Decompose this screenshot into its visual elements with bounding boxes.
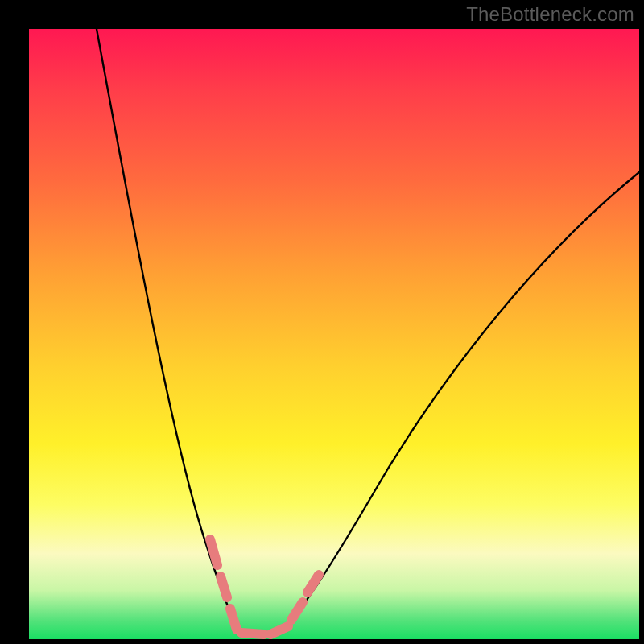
marker-seg [230, 609, 237, 630]
marker-seg [308, 575, 319, 592]
chart-stage: TheBottleneck.com [0, 0, 644, 644]
marker-seg [270, 626, 288, 634]
curve-left-branch [97, 29, 238, 631]
watermark-text: TheBottleneck.com [466, 3, 634, 26]
bottleneck-curve [29, 29, 639, 639]
marker-seg [221, 576, 227, 597]
marker-seg [242, 633, 264, 634]
plot-area [29, 29, 639, 639]
curve-right-branch [282, 172, 639, 631]
marker-seg [291, 602, 303, 620]
